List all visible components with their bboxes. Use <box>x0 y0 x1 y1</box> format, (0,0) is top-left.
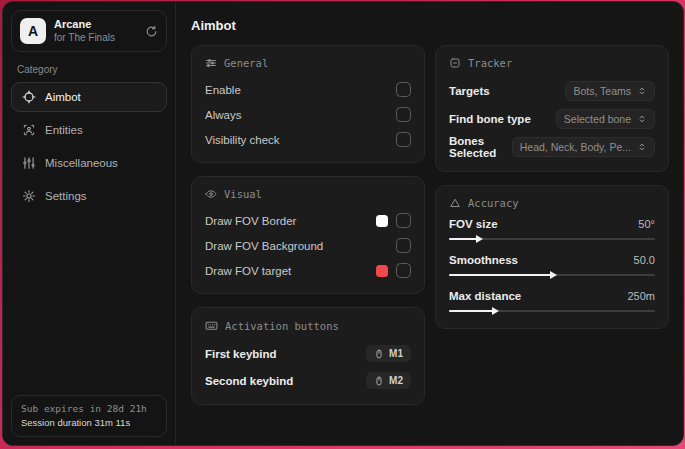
setting-row: Draw FOV target <box>205 259 411 282</box>
unfold-icon <box>637 86 647 96</box>
targets-dropdown[interactable]: Bots, Teams <box>565 81 655 101</box>
subscription-info: Sub expires in 28d 21h Session duration … <box>11 395 167 438</box>
draw-fov-border-checkbox[interactable] <box>396 213 411 228</box>
draw-fov-target-checkbox[interactable] <box>396 263 411 278</box>
focus-frame-icon <box>449 57 461 69</box>
max-distance-value: 250m <box>627 290 655 302</box>
second-keybind-button[interactable]: M2 <box>366 372 411 389</box>
setting-row: Targets Bots, Teams <box>449 78 655 104</box>
slider-row: FOV size 50° <box>449 218 655 243</box>
card-title: Tracker <box>468 57 512 69</box>
app-window: A Arcane for The Finals Category Aimbot <box>2 1 684 446</box>
sidebar-item-aimbot[interactable]: Aimbot <box>11 82 167 112</box>
slider-fill <box>449 274 552 276</box>
fov-border-color-swatch[interactable] <box>376 215 388 227</box>
triangle-icon <box>449 197 461 209</box>
slider-thumb[interactable] <box>492 307 499 315</box>
card-title: Activation buttons <box>225 320 339 332</box>
setting-label: Second keybind <box>205 375 293 387</box>
dropdown-value: Bots, Teams <box>573 85 631 97</box>
sliders-icon <box>22 156 36 170</box>
main-panel: Aimbot General Enable <box>176 2 683 445</box>
sidebar-item-entities[interactable]: Entities <box>11 115 167 145</box>
keybind-value: M1 <box>389 348 403 359</box>
keyboard-icon <box>205 319 218 332</box>
setting-row: Enable <box>205 78 411 101</box>
setting-row: Always <box>205 103 411 126</box>
unfold-icon <box>637 142 647 152</box>
card-visual: Visual Draw FOV Border Draw FOV Backgrou… <box>191 176 425 294</box>
setting-label: Max distance <box>449 290 521 302</box>
app-logo-letter: A <box>28 23 38 39</box>
mouse-icon <box>374 376 384 386</box>
fov-size-slider[interactable] <box>449 234 655 243</box>
sidebar-item-label: Settings <box>45 190 87 202</box>
setting-label: Draw FOV target <box>205 265 291 277</box>
slider-thumb[interactable] <box>550 271 557 279</box>
setting-label: Visibility check <box>205 134 280 146</box>
card-title: General <box>224 57 268 69</box>
card-accuracy: Accuracy FOV size 50° <box>435 185 669 329</box>
dropdown-value: Head, Neck, Body, Pe... <box>520 141 631 153</box>
setting-row: Draw FOV Background <box>205 234 411 257</box>
eye-icon <box>205 188 217 200</box>
crosshair-icon <box>22 90 36 104</box>
enable-checkbox[interactable] <box>396 82 411 97</box>
setting-label: Find bone type <box>449 113 531 125</box>
slider-fill <box>449 238 478 240</box>
setting-row: Visibility check <box>205 128 411 151</box>
sidebar-item-miscellaneous[interactable]: Miscellaneous <box>11 148 167 178</box>
sidebar-item-label: Aimbot <box>45 91 81 103</box>
app-subtitle: for The Finals <box>54 32 137 45</box>
setting-label: Enable <box>205 84 241 96</box>
card-title: Visual <box>224 188 262 200</box>
person-scan-icon <box>22 123 36 137</box>
smoothness-slider[interactable] <box>449 270 655 279</box>
first-keybind-button[interactable]: M1 <box>366 345 411 362</box>
adjust-icon <box>205 57 217 69</box>
app-logo: A <box>20 18 46 44</box>
mouse-icon <box>374 349 384 359</box>
setting-row: Second keybind M2 <box>205 368 411 393</box>
slider-thumb[interactable] <box>476 235 483 243</box>
setting-label: Bones Selected <box>449 135 512 159</box>
keybind-value: M2 <box>389 375 403 386</box>
setting-label: Draw FOV Background <box>205 240 323 252</box>
bones-selected-dropdown[interactable]: Head, Neck, Body, Pe... <box>512 137 655 157</box>
unfold-icon <box>637 114 647 124</box>
card-general: General Enable Always Visibility check <box>191 45 425 163</box>
gear-icon <box>22 189 36 203</box>
card-title: Accuracy <box>468 197 519 209</box>
app-title: Arcane <box>54 18 137 32</box>
setting-row: Draw FOV Border <box>205 209 411 232</box>
session-duration-text: Session duration 31m 11s <box>21 416 157 430</box>
setting-label: Draw FOV Border <box>205 215 296 227</box>
setting-row: Find bone type Selected bone <box>449 106 655 132</box>
always-checkbox[interactable] <box>396 107 411 122</box>
setting-label: Always <box>205 109 241 121</box>
smoothness-value: 50.0 <box>634 254 655 266</box>
dropdown-value: Selected bone <box>564 113 631 125</box>
slider-row: Smoothness 50.0 <box>449 254 655 279</box>
sidebar-item-label: Entities <box>45 124 83 136</box>
sidebar: A Arcane for The Finals Category Aimbot <box>3 2 176 445</box>
visibility-check-checkbox[interactable] <box>396 132 411 147</box>
slider-fill <box>449 310 494 312</box>
sidebar-item-label: Miscellaneous <box>45 157 118 169</box>
setting-row: Bones Selected Head, Neck, Body, Pe... <box>449 134 655 160</box>
setting-label: FOV size <box>449 218 498 230</box>
refresh-icon[interactable] <box>145 25 158 38</box>
slider-row: Max distance 250m <box>449 290 655 315</box>
setting-label: Targets <box>449 85 490 97</box>
setting-row: First keybind M1 <box>205 341 411 366</box>
sub-expiry-text: Sub expires in 28d 21h <box>21 402 157 416</box>
sidebar-item-settings[interactable]: Settings <box>11 181 167 211</box>
card-activation-buttons: Activation buttons First keybind M1 <box>191 307 425 405</box>
draw-fov-background-checkbox[interactable] <box>396 238 411 253</box>
fov-size-value: 50° <box>638 218 655 230</box>
fov-target-color-swatch[interactable] <box>376 265 388 277</box>
max-distance-slider[interactable] <box>449 306 655 315</box>
card-tracker: Tracker Targets Bots, Teams <box>435 45 669 172</box>
category-label: Category <box>17 64 161 75</box>
find-bone-type-dropdown[interactable]: Selected bone <box>556 109 655 129</box>
